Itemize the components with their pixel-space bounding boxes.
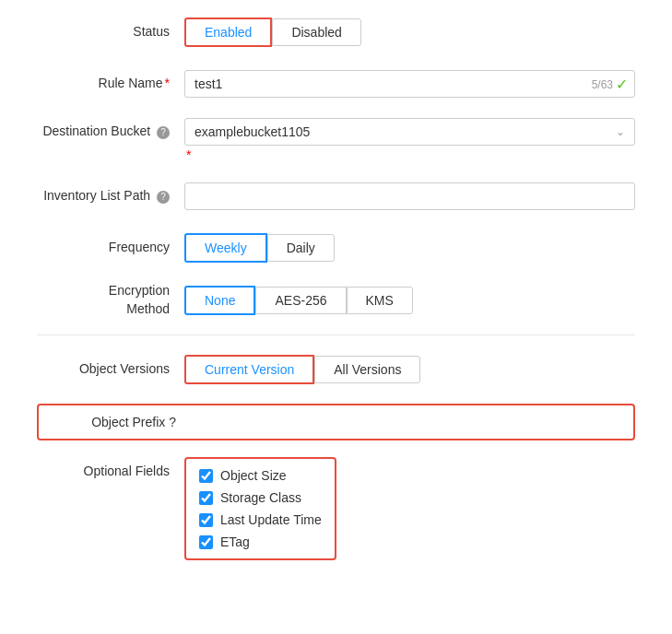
object-prefix-help-icon[interactable]: ? [169,415,176,429]
optional-fields-box: Object Size Storage Class Last Update Ti… [184,457,336,560]
encryption-toggle-group: None AES-256 KMS [184,286,635,315]
checkbox-storage-class[interactable] [199,491,213,505]
checkbox-item-etag: ETag [199,534,322,549]
object-versions-row: Object Versions Current Version All Vers… [37,352,635,387]
status-toggle-group: Enabled Disabled [184,18,635,47]
inventory-list-path-help-icon[interactable]: ? [157,191,170,204]
dropdown-arrow-icon: ⌄ [616,125,625,138]
frequency-weekly-button[interactable]: Weekly [184,233,267,263]
destination-bucket-content: examplebucket1105 ⌄ [184,118,635,146]
object-prefix-input[interactable] [191,413,624,431]
rule-name-row: Rule Name* 5/63 ✓ [37,66,635,101]
encryption-method-label: Encryption Method [37,282,184,318]
frequency-daily-button[interactable]: Daily [267,234,335,262]
char-count: 5/63 ✓ [592,76,628,93]
checkbox-last-update-time[interactable] [199,513,213,527]
checkbox-item-storage-class: Storage Class [199,490,322,505]
object-prefix-row: Object Prefix ? [37,404,635,440]
status-enabled-button[interactable]: Enabled [184,18,272,47]
destination-required-note: * [186,147,191,162]
check-icon: ✓ [616,76,628,93]
optional-fields-label: Optional Fields [37,457,184,481]
object-versions-current-button[interactable]: Current Version [184,355,314,384]
status-disabled-button[interactable]: Disabled [272,18,360,46]
object-versions-label: Object Versions [37,360,184,379]
encryption-aes256-button[interactable]: AES-256 [255,287,346,314]
destination-bucket-dropdown[interactable]: examplebucket1105 ⌄ [184,118,635,146]
rule-name-input[interactable] [184,70,635,98]
inventory-list-path-input[interactable] [184,182,635,210]
rule-name-label: Rule Name* [37,75,184,93]
encryption-none-button[interactable]: None [184,286,255,315]
checkbox-item-last-update-time: Last Update Time [199,512,322,527]
checkbox-etag[interactable] [199,535,213,549]
inventory-list-path-content [184,182,635,210]
object-versions-toggle-group: Current Version All Versions [184,355,635,384]
destination-bucket-inner: Destination Bucket ? examplebucket1105 ⌄ [37,118,635,146]
encryption-kms-button[interactable]: KMS [347,287,413,314]
inventory-list-path-wrapper [184,182,635,210]
status-label: Status [37,23,184,41]
rule-name-content: 5/63 ✓ [184,70,635,98]
form-container: Status Enabled Disabled Rule Name* 5/63 … [0,0,672,592]
destination-bucket-label: Destination Bucket ? [37,123,184,141]
encryption-method-row: Encryption Method None AES-256 KMS [37,282,635,318]
inventory-list-path-row: Inventory List Path ? [37,179,635,214]
checkbox-item-object-size: Object Size [199,468,322,483]
frequency-row: Frequency Weekly Daily [37,230,635,265]
status-row: Status Enabled Disabled [37,15,635,50]
required-star: * [165,76,170,90]
object-prefix-label: Object Prefix ? [48,415,191,429]
rule-name-wrapper: 5/63 ✓ [184,70,635,98]
destination-bucket-help-icon[interactable]: ? [157,126,170,139]
frequency-toggle-group: Weekly Daily [184,233,635,263]
optional-fields-content: Object Size Storage Class Last Update Ti… [184,457,635,560]
divider [37,335,635,335]
destination-bucket-row: Destination Bucket ? examplebucket1105 ⌄… [37,118,635,162]
inventory-list-path-label: Inventory List Path ? [37,187,184,205]
frequency-label: Frequency [37,239,184,257]
checkbox-object-size[interactable] [199,469,213,483]
optional-fields-row: Optional Fields Object Size Storage Clas… [37,457,635,560]
object-versions-all-button[interactable]: All Versions [314,356,420,383]
